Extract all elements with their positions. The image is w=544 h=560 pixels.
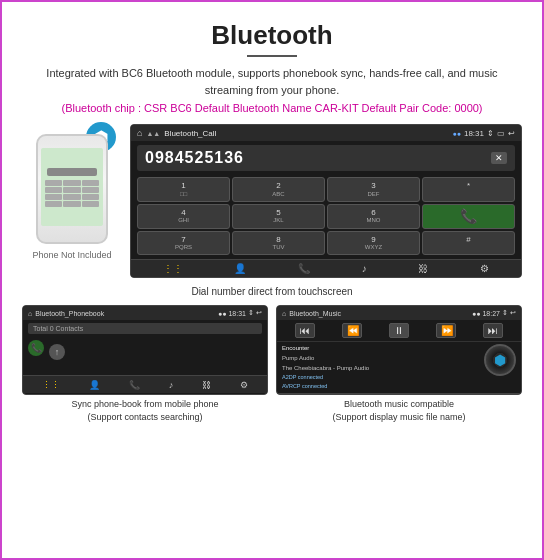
phonebook-caption: Sync phone-book from mobile phone (Suppo… xyxy=(71,398,218,423)
music-controls: ⏮ ⏪ ⏸ ⏩ ⏭ xyxy=(277,320,521,342)
track1: Encounter xyxy=(282,344,480,354)
signal-icon: ▲▲ xyxy=(146,130,160,137)
home-icon: ⌂ xyxy=(137,128,142,138)
page-subtitle: Integrated with BC6 Bluetooth module, su… xyxy=(22,65,522,98)
pb-signal: ●● xyxy=(218,310,226,317)
phonebook-title: Bluetooth_Phonebook xyxy=(35,310,104,317)
bluetooth-disc: ⬢ xyxy=(484,344,516,376)
phonebook-screen: ⌂ Bluetooth_Phonebook ●● 18:31 ⇕ ↩ Total… xyxy=(22,305,268,395)
track3: The Cheebiacabra - Pump Audio xyxy=(282,364,480,374)
signal-dots: ●● xyxy=(453,130,461,137)
dial-number: 0984525136 xyxy=(145,149,244,167)
chip-info-text: (Bluetooth chip : CSR BC6 Default Blueto… xyxy=(61,102,482,114)
key-4[interactable]: 4GHI xyxy=(137,204,230,229)
dial-display: 0984525136 ✕ xyxy=(137,145,515,171)
pb-upload-button[interactable]: ↑ xyxy=(49,344,65,360)
nav-contacts-icon[interactable]: 👤 xyxy=(234,263,246,274)
contact-count-bar: Total 0 Contacts xyxy=(28,323,262,334)
music-time: 18:27 xyxy=(482,310,500,317)
phonebook-nav: ⋮⋮ 👤 📞 ♪ ⛓ ⚙ xyxy=(23,375,267,393)
backspace-button[interactable]: ✕ xyxy=(491,152,507,164)
key-8[interactable]: 8TUV xyxy=(232,231,325,256)
nav-apps-icon[interactable]: ⋮⋮ xyxy=(163,263,183,274)
music-header: ⌂ Bluetooth_Music ●● 18:27 ⇕ ↩ xyxy=(277,306,521,320)
phonebook-home-icon: ⌂ xyxy=(28,310,32,317)
key-6[interactable]: 6MNO xyxy=(327,204,420,229)
phone-container: ⬢ xyxy=(36,134,108,244)
key-5[interactable]: 5JKL xyxy=(232,204,325,229)
music-back: ↩ xyxy=(510,309,516,317)
forward-button[interactable]: ⏩ xyxy=(436,323,456,338)
music-title: Bluetooth_Music xyxy=(289,310,341,317)
pb-nav-settings[interactable]: ⚙ xyxy=(240,380,248,390)
phone-screen xyxy=(41,148,103,226)
key-2[interactable]: 2ABC xyxy=(232,177,325,202)
dial-caption: Dial number direct from touchscreen xyxy=(191,286,352,297)
keypad: 1□□ 2ABC 3DEF * 4GHI 5JKL 6MNO 📞 7PQRS 8… xyxy=(131,175,521,259)
music-body: Encounter Pump Audio The Cheebiacabra - … xyxy=(277,342,521,392)
pb-arrows: ⇕ xyxy=(248,309,254,317)
dial-screen-title: Bluetooth_Call xyxy=(164,129,216,138)
pb-nav-contacts[interactable]: 👤 xyxy=(89,380,100,390)
play-button[interactable]: ⏸ xyxy=(389,323,409,338)
key-3[interactable]: 3DEF xyxy=(327,177,420,202)
dial-screen-nav: ⋮⋮ 👤 📞 ♪ ⛓ ⚙ xyxy=(131,259,521,277)
next-button[interactable]: ⏭ xyxy=(483,323,503,338)
nav-phone-icon[interactable]: 📞 xyxy=(298,263,310,274)
battery-icon: ▭ xyxy=(497,129,505,138)
music-caption: Bluetooth music compatible (Support disp… xyxy=(332,398,465,423)
dial-time: 18:31 xyxy=(464,129,484,138)
phonebook-panel: ⌂ Bluetooth_Phonebook ●● 18:31 ⇕ ↩ Total… xyxy=(22,305,268,423)
dial-screen-header: ⌂ ▲▲ Bluetooth_Call ●● 18:31 ⇕ ▭ ↩ xyxy=(131,125,521,141)
key-7[interactable]: 7PQRS xyxy=(137,231,230,256)
music-screen: ⌂ Bluetooth_Music ●● 18:27 ⇕ ↩ ⏮ ⏪ ⏸ ⏩ xyxy=(276,305,522,395)
nav-settings-icon[interactable]: ⚙ xyxy=(480,263,489,274)
phone-side: ⬢ Phone Not Included xyxy=(22,124,122,278)
avrcp-status: AVRCP connected xyxy=(282,382,480,391)
title-divider xyxy=(247,55,297,57)
key-9[interactable]: 9WXYZ xyxy=(327,231,420,256)
pb-time: 18:31 xyxy=(228,310,246,317)
music-info: Encounter Pump Audio The Cheebiacabra - … xyxy=(282,344,480,390)
prev-button[interactable]: ⏮ xyxy=(295,323,315,338)
music-signal: ●● xyxy=(472,310,480,317)
phonebook-header: ⌂ Bluetooth_Phonebook ●● 18:31 ⇕ ↩ xyxy=(23,306,267,320)
pb-nav-music[interactable]: ♪ xyxy=(169,380,174,390)
music-panel: ⌂ Bluetooth_Music ●● 18:27 ⇕ ↩ ⏮ ⏪ ⏸ ⏩ xyxy=(276,305,522,423)
music-nav: ⋮⋮ 👤 📞 ♪ ⛓ ⚙ xyxy=(277,393,521,396)
phone-image xyxy=(36,134,108,244)
rewind-button[interactable]: ⏪ xyxy=(342,323,362,338)
pb-nav-apps[interactable]: ⋮⋮ xyxy=(42,380,60,390)
nav-link-icon[interactable]: ⛓ xyxy=(418,263,428,274)
phonebook-body: Total 0 Contacts 📞 ↑ xyxy=(23,320,267,375)
pb-back: ↩ xyxy=(256,309,262,317)
call-button[interactable]: 📞 xyxy=(422,204,515,229)
pb-nav-phone[interactable]: 📞 xyxy=(129,380,140,390)
back-icon: ↩ xyxy=(508,129,515,138)
key-hash[interactable]: # xyxy=(422,231,515,256)
pb-call-button[interactable]: 📞 xyxy=(28,340,44,356)
dial-screen: ⌂ ▲▲ Bluetooth_Call ●● 18:31 ⇕ ▭ ↩ 09845… xyxy=(130,124,522,278)
pb-nav-link[interactable]: ⛓ xyxy=(202,380,211,390)
nav-music-icon[interactable]: ♪ xyxy=(362,263,367,274)
key-star[interactable]: * xyxy=(422,177,515,202)
music-home-icon: ⌂ xyxy=(282,310,286,317)
phone-label: Phone Not Included xyxy=(32,250,111,260)
key-1[interactable]: 1□□ xyxy=(137,177,230,202)
page-title: Bluetooth xyxy=(211,20,332,51)
bottom-row: ⌂ Bluetooth_Phonebook ●● 18:31 ⇕ ↩ Total… xyxy=(22,305,522,423)
arrows-icon: ⇕ xyxy=(487,129,494,138)
music-arrows: ⇕ xyxy=(502,309,508,317)
track2: Pump Audio xyxy=(282,354,480,364)
a2dp-status: A2DP connected xyxy=(282,373,480,382)
